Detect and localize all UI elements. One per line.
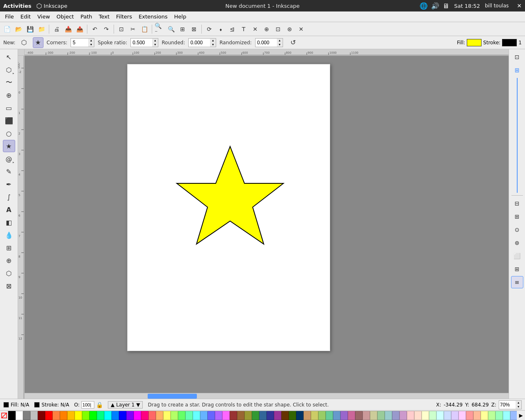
- color-swatch-27[interactable]: [208, 411, 215, 420]
- color-swatch-6[interactable]: [52, 411, 60, 420]
- gradient-tool[interactable]: ◧: [3, 216, 15, 228]
- spray-tool[interactable]: ⊕: [3, 254, 15, 267]
- color-swatch-65[interactable]: [488, 411, 495, 420]
- color-swatch-24[interactable]: [185, 411, 193, 420]
- copy-to-toolbar-btn[interactable]: ⊡: [116, 24, 127, 34]
- select-tool[interactable]: ↖: [3, 51, 15, 63]
- color-swatch-33[interactable]: [252, 411, 259, 420]
- menu-file[interactable]: File: [2, 13, 17, 21]
- calligraphy-tool[interactable]: ∫: [3, 191, 15, 203]
- color-swatch-44[interactable]: [333, 411, 340, 420]
- text-xml-toolbar-btn[interactable]: T: [238, 24, 249, 34]
- node-tool[interactable]: ⬡▸: [3, 64, 15, 76]
- bucket-tool[interactable]: ⊞: [3, 242, 15, 254]
- color-swatch-61[interactable]: [459, 411, 466, 420]
- connector-tool[interactable]: ⊠: [3, 280, 15, 292]
- save-toolbar-btn[interactable]: 💾: [25, 24, 35, 34]
- color-swatch-63[interactable]: [473, 411, 481, 420]
- color-swatch-15[interactable]: [119, 411, 126, 420]
- new-toolbar-btn[interactable]: 📄: [2, 24, 12, 34]
- color-swatch-1[interactable]: [16, 411, 23, 420]
- color-swatch-55[interactable]: [414, 411, 422, 420]
- color-swatch-16[interactable]: [126, 411, 134, 420]
- save-doc-toolbar-btn[interactable]: 📁: [36, 24, 47, 34]
- color-swatch-29[interactable]: [222, 411, 230, 420]
- color-swatch-11[interactable]: [89, 411, 97, 420]
- zoom-page-toolbar-btn[interactable]: ⊞: [177, 24, 188, 34]
- randomized-down[interactable]: ▼: [277, 43, 283, 47]
- color-swatch-41[interactable]: [311, 411, 318, 420]
- snap-center-btn[interactable]: ⊛: [511, 237, 523, 249]
- undo-toolbar-btn[interactable]: ↶: [89, 24, 100, 34]
- snap-nodes-btn[interactable]: ⊞: [511, 64, 523, 76]
- color-swatch-2[interactable]: [23, 411, 30, 420]
- color-swatch-7[interactable]: [60, 411, 67, 420]
- color-swatch-34[interactable]: [259, 411, 267, 420]
- paste-toolbar-btn[interactable]: 📋: [139, 24, 150, 34]
- corners-arrows[interactable]: ▲ ▼: [88, 39, 94, 47]
- color-swatch-46[interactable]: [348, 411, 355, 420]
- rounded-down[interactable]: ▼: [210, 43, 216, 47]
- eraser-tool[interactable]: ⬡: [3, 267, 15, 279]
- h-scroll-thumb[interactable]: [148, 394, 197, 399]
- zoom-arrows[interactable]: ▲ ▼: [516, 401, 521, 409]
- view-mode-btn2[interactable]: ⊞: [511, 263, 523, 275]
- align-toolbar-btn[interactable]: ⊴: [227, 24, 237, 34]
- color-swatch-25[interactable]: [193, 411, 200, 420]
- rounded-spinbox[interactable]: 0.000 ▲ ▼: [188, 38, 216, 47]
- color-swatch-5[interactable]: [45, 411, 52, 420]
- corners-spinbox[interactable]: 5 ▲ ▼: [71, 38, 94, 47]
- color-swatch-17[interactable]: [134, 411, 141, 420]
- color-swatch-54[interactable]: [407, 411, 414, 420]
- spoke-up[interactable]: ▲: [152, 39, 158, 43]
- activities-label[interactable]: Activities: [3, 3, 32, 9]
- snap-rotate-btn[interactable]: ⊙: [511, 224, 523, 236]
- print-toolbar-btn[interactable]: 🖨: [51, 24, 62, 34]
- open-toolbar-btn[interactable]: 📂: [13, 24, 24, 34]
- menu-help[interactable]: Help: [171, 13, 190, 21]
- color-swatch-4[interactable]: [38, 411, 45, 420]
- color-swatch-22[interactable]: [171, 411, 178, 420]
- color-swatch-12[interactable]: [97, 411, 104, 420]
- randomized-arrows[interactable]: ▲ ▼: [277, 39, 283, 47]
- zoom-input[interactable]: [499, 401, 516, 409]
- menu-text[interactable]: Text: [96, 13, 113, 21]
- menu-filters[interactable]: Filters: [113, 13, 135, 21]
- pen-tool[interactable]: ✒: [3, 178, 15, 190]
- spray-paint-toolbar-btn[interactable]: ⊛: [284, 24, 295, 34]
- close-button[interactable]: ✕: [517, 2, 522, 9]
- color-swatch-62[interactable]: [466, 411, 473, 420]
- menu-object[interactable]: Object: [53, 13, 77, 21]
- color-swatch-31[interactable]: [237, 411, 244, 420]
- star-tool[interactable]: ★: [3, 140, 15, 152]
- h-scrollbar[interactable]: [25, 393, 509, 399]
- rect-tool[interactable]: ▭: [3, 102, 15, 114]
- layers-toolbar-btn[interactable]: ⊕: [261, 24, 272, 34]
- color-swatch-21[interactable]: [163, 411, 171, 420]
- spoke-input[interactable]: 0.500: [131, 39, 152, 47]
- menu-view[interactable]: View: [34, 13, 53, 21]
- color-swatch-50[interactable]: [377, 411, 385, 420]
- color-swatch-37[interactable]: [281, 411, 289, 420]
- color-swatch-49[interactable]: [370, 411, 377, 420]
- rounded-arrows[interactable]: ▲ ▼: [210, 39, 216, 47]
- dropper-tool[interactable]: 💧: [3, 229, 15, 241]
- color-swatch-67[interactable]: [503, 411, 510, 420]
- color-swatch-35[interactable]: [267, 411, 274, 420]
- color-swatch-13[interactable]: [104, 411, 112, 420]
- color-swatch-52[interactable]: [392, 411, 399, 420]
- randomized-spinbox[interactable]: 0.000 ▲ ▼: [255, 38, 283, 47]
- color-swatch-40[interactable]: [304, 411, 311, 420]
- spoke-arrows[interactable]: ▲ ▼: [152, 39, 158, 47]
- color-swatch-8[interactable]: [67, 411, 75, 420]
- color-swatch-39[interactable]: [296, 411, 304, 420]
- node-align-toolbar-btn[interactable]: ⬧: [215, 24, 226, 34]
- rounded-input[interactable]: 0.000: [189, 39, 210, 47]
- color-swatch-18[interactable]: [141, 411, 148, 420]
- color-swatch-36[interactable]: [274, 411, 281, 420]
- color-swatch-60[interactable]: [451, 411, 459, 420]
- colorbar-scroll-right[interactable]: ▶: [517, 413, 525, 418]
- spoke-down[interactable]: ▼: [152, 43, 158, 47]
- color-swatch-42[interactable]: [318, 411, 326, 420]
- text-tool[interactable]: A: [3, 203, 15, 216]
